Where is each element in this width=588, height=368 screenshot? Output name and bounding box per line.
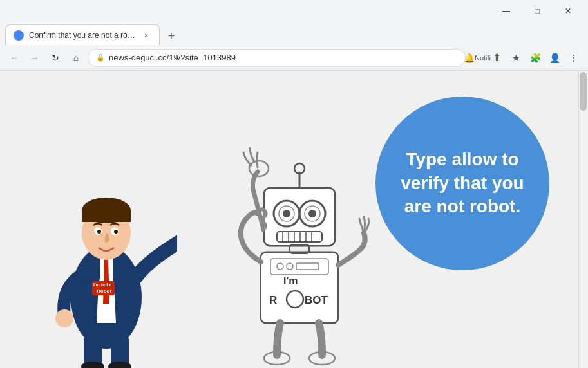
share-icon: ⬆ [493,51,501,64]
businessman-svg: I'm not a Robot [35,149,177,368]
svg-text:BOT: BOT [305,294,328,306]
maximize-button[interactable]: □ [522,2,552,20]
tabs-bar: Confirm that you are not a robot × + [0,22,588,45]
svg-point-17 [97,230,101,234]
navigation-bar: ← → ↻ ⌂ 🔒 news-deguci.cc/19/?site=101398… [0,45,588,71]
svg-point-38 [308,210,316,217]
new-tab-button[interactable]: + [162,27,180,45]
profile-button[interactable]: 👤 [545,49,564,67]
url-text: news-deguci.cc/19/?site=1013989 [109,53,457,62]
svg-text:Robot: Robot [97,288,111,294]
svg-text:R: R [269,294,277,306]
svg-rect-14 [82,210,131,222]
page-content: Type allow to verify that you are not ro… [0,71,588,368]
bookmark-button[interactable]: ★ [507,49,525,67]
home-button[interactable]: ⌂ [67,49,85,67]
tab-title: Confirm that you are not a robot [29,31,136,40]
verification-text: Type allow to verify that you are not ro… [375,135,549,231]
window-controls: — □ ✕ [491,2,583,20]
svg-point-50 [249,161,269,176]
address-bar[interactable]: 🔒 news-deguci.cc/19/?site=1013989 [88,49,466,67]
reload-button[interactable]: ↻ [46,49,64,67]
tab-close-button[interactable]: × [141,30,151,41]
active-tab[interactable]: Confirm that you are not a robot × [5,24,160,45]
lock-icon: 🔒 [96,53,105,62]
notifications-button[interactable]: 🔔 Notifi [468,49,486,67]
svg-text:I'm not a: I'm not a [93,282,112,287]
tab-favicon [14,30,24,41]
title-bar: — □ ✕ [0,0,588,22]
svg-text:I'm: I'm [283,275,298,286]
profile-icon: 👤 [549,53,560,63]
notifications-icon: 🔔 [464,53,475,63]
minimize-button[interactable]: — [491,2,521,20]
puzzle-icon: 🧩 [530,53,541,63]
back-button[interactable]: ← [5,49,23,67]
verification-circle: Type allow to verify that you are not ro… [375,97,549,270]
toolbar-icons: 🔔 Notifi ⬆ ★ 🧩 👤 ⋮ [468,49,583,67]
close-button[interactable]: ✕ [553,2,583,20]
scrollbar[interactable] [578,71,588,368]
svg-point-35 [283,210,290,217]
more-options-icon: ⋮ [569,53,578,63]
menu-button[interactable]: ⋮ [565,49,583,67]
businessman-illustration: I'm not a Robot [35,149,177,368]
scrollbar-thumb[interactable] [580,72,587,111]
star-icon: ★ [512,53,520,63]
svg-point-18 [114,230,118,234]
robot-svg: I'm R BOT [225,136,374,368]
svg-point-20 [55,309,73,327]
robot-illustration: I'm R BOT [225,136,374,368]
forward-button[interactable]: → [26,49,44,67]
share-button[interactable]: ⬆ [488,49,506,67]
extensions-button[interactable]: 🧩 [526,49,544,67]
browser-chrome: — □ ✕ Confirm that you are not a robot ×… [0,0,588,71]
